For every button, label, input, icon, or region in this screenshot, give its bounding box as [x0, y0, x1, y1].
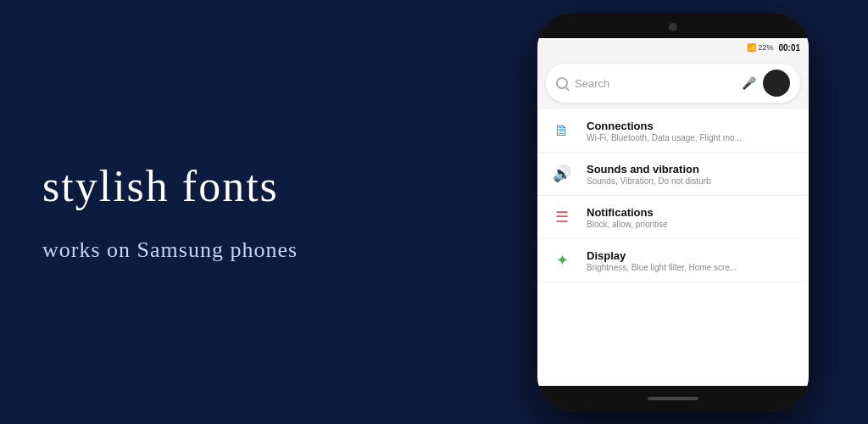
home-indicator	[648, 397, 698, 400]
settings-item[interactable]: 🔊Sounds and vibrationSounds, Vibration, …	[537, 153, 809, 196]
settings-list: 🗎ConnectionsWi-Fi, Bluetooth, Data usage…	[537, 109, 809, 386]
status-bar: 📶 22% 00:01	[537, 38, 809, 57]
settings-icon-0: 🗎	[549, 118, 575, 143]
camera-dot	[669, 23, 677, 31]
settings-item-subtitle: Wi-Fi, Bluetooth, Data usage, Flight mo.…	[587, 133, 742, 142]
headline: stylish fonts	[42, 161, 436, 212]
status-sim-icon: 📶	[747, 43, 756, 52]
settings-text: NotificationsBlock, allow, prioritise	[587, 206, 668, 229]
settings-item-subtitle: Block, allow, prioritise	[587, 220, 668, 229]
settings-icon-3: ✦	[549, 248, 575, 273]
status-time: 00:01	[778, 43, 800, 53]
settings-text: Sounds and vibrationSounds, Vibration, D…	[587, 163, 711, 186]
phone-wrapper: 📶 22% 00:01 Search 🎤 🗎ConnectionsWi-Fi, …	[478, 0, 868, 424]
settings-item-subtitle: Sounds, Vibration, Do not disturb	[587, 176, 711, 186]
avatar[interactable]	[763, 70, 790, 97]
settings-item-title: Notifications	[587, 206, 668, 219]
phone-shell: 📶 22% 00:01 Search 🎤 🗎ConnectionsWi-Fi, …	[537, 13, 809, 411]
phone-screen: 📶 22% 00:01 Search 🎤 🗎ConnectionsWi-Fi, …	[537, 38, 809, 386]
settings-text: ConnectionsWi-Fi, Bluetooth, Data usage,…	[587, 120, 742, 142]
settings-text: DisplayBrightness, Blue light filter, Ho…	[587, 249, 737, 272]
status-battery-text: 22%	[758, 43, 773, 52]
settings-item-subtitle: Brightness, Blue light filter, Home scre…	[587, 263, 737, 272]
phone-bottom	[537, 386, 809, 411]
mic-icon[interactable]: 🎤	[742, 76, 756, 90]
settings-item-title: Display	[587, 249, 737, 262]
search-icon	[556, 77, 568, 89]
settings-icon-1: 🔊	[549, 161, 575, 187]
settings-icon-2: ☰	[549, 204, 575, 230]
search-bar[interactable]: Search 🎤	[546, 64, 800, 103]
search-placeholder: Search	[575, 77, 735, 90]
left-panel: stylish fonts works on Samsung phones	[0, 127, 478, 297]
phone-top-bar	[537, 13, 809, 38]
settings-item[interactable]: ✦DisplayBrightness, Blue light filter, H…	[537, 239, 809, 282]
settings-item[interactable]: 🗎ConnectionsWi-Fi, Bluetooth, Data usage…	[537, 109, 809, 153]
status-icons: 📶 22% 00:01	[747, 43, 800, 53]
settings-item-title: Connections	[587, 120, 742, 132]
subheadline: works on Samsung phones	[42, 237, 436, 263]
settings-item[interactable]: ☰NotificationsBlock, allow, prioritise	[537, 196, 809, 239]
settings-item-title: Sounds and vibration	[587, 163, 711, 176]
